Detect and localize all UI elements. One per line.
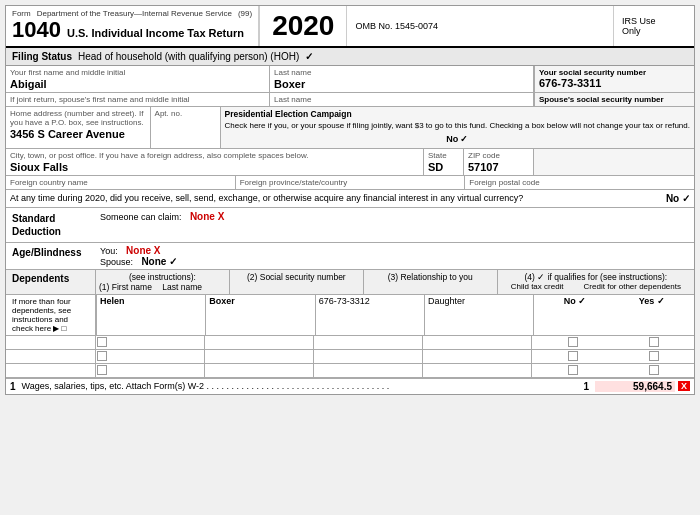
- dependents-main-label: Dependents: [6, 270, 96, 294]
- election-no-row: No ✓: [225, 131, 690, 146]
- dep-checkbox-3a[interactable]: [97, 351, 107, 361]
- ssn-box: Your social security number 676-73-3311: [534, 66, 694, 92]
- agency-label: Department of the Treasury—Internal Reve…: [37, 9, 232, 18]
- filing-status-checkmark: ✓: [305, 51, 313, 62]
- election-no-label: No: [446, 133, 458, 146]
- form-subtitle: U.S. Individual Income Tax Return: [67, 27, 244, 39]
- wages-line-number: 1: [10, 381, 16, 392]
- city-label: City, town, or post office. If you have …: [10, 151, 419, 160]
- virtual-currency-row: At any time during 2020, did you receive…: [6, 190, 694, 208]
- dep-entry-lastname: Boxer: [206, 295, 315, 335]
- address-value: 3456 S Career Avenue: [10, 127, 146, 140]
- you-value: None X: [126, 245, 160, 256]
- spouse-last-name-cell: Last name: [270, 93, 534, 106]
- spouse-value: None ✓: [141, 256, 177, 267]
- state-cell: State SD: [424, 149, 464, 175]
- dep-checkbox-2b[interactable]: [568, 337, 578, 347]
- dep-col1-header: (see instructions): (1) First name Last …: [96, 270, 230, 294]
- foreign-country-cell: Foreign country name: [6, 176, 236, 189]
- dep-checkbox-4b[interactable]: [568, 365, 578, 375]
- spouse-ssn-box: Spouse's social security number: [534, 93, 694, 106]
- dep-checkbox-3b[interactable]: [568, 351, 578, 361]
- spouse-first-name-label: If joint return, spouse's first name and…: [10, 95, 265, 104]
- zip-label: ZIP code: [468, 151, 529, 160]
- foreign-province-cell: Foreign province/state/country: [236, 176, 466, 189]
- dep-empty-row-4: [6, 364, 694, 378]
- wages-line-ref: 1: [583, 381, 589, 392]
- irs-use-line1: IRS Use: [622, 16, 686, 26]
- first-name-cell: Your first name and middle initial Abiga…: [6, 66, 270, 92]
- dep-checkbox-2c[interactable]: [649, 337, 659, 347]
- spouse-last-name-label: Last name: [274, 95, 529, 104]
- virtual-currency-answer: No ✓: [666, 193, 690, 204]
- filing-status-row: Filing Status Head of household (with qu…: [6, 48, 694, 66]
- election-placeholder: [534, 149, 694, 175]
- form-number-big: 1040: [12, 18, 61, 42]
- you-label: You:: [100, 246, 118, 256]
- filing-status-label: Filing Status: [12, 51, 72, 62]
- foreign-province-label: Foreign province/state/country: [240, 178, 461, 187]
- address-row: Home address (number and street). If you…: [6, 107, 694, 149]
- dependents-sub-row: If more than four dependents, see instru…: [6, 295, 694, 336]
- last-name-cell: Last name Boxer: [270, 66, 534, 92]
- age-blindness-label: Age/Blindness: [6, 243, 96, 269]
- dep-col3-header: (3) Relationship to you: [364, 270, 498, 294]
- dep-empty-row-3: [6, 350, 694, 364]
- dep-other: Yes ✓: [639, 296, 665, 334]
- dep-relationship: Daughter: [428, 296, 465, 306]
- election-text: Check here if you, or your spouse if fil…: [225, 121, 690, 131]
- virtual-currency-text: At any time during 2020, did you receive…: [10, 193, 658, 203]
- dep-ssn: 676-73-3312: [319, 296, 370, 306]
- state-label: State: [428, 151, 459, 160]
- spouse-label: Spouse:: [100, 257, 133, 267]
- ssn-label: Your social security number: [539, 68, 690, 77]
- joint-return-row: If joint return, spouse's first name and…: [6, 93, 694, 107]
- state-value: SD: [428, 160, 459, 173]
- name-row: Your first name and middle initial Abiga…: [6, 66, 694, 93]
- last-name-label: Last name: [274, 68, 529, 77]
- omb-block: OMB No. 1545-0074: [347, 6, 614, 46]
- spouse-row: Spouse: None ✓: [100, 256, 690, 267]
- dep-checkbox-4c[interactable]: [649, 365, 659, 375]
- you-row: You: None X: [100, 245, 690, 256]
- zip-value: 57107: [468, 160, 529, 173]
- wages-amount: 59,664.5: [595, 381, 675, 392]
- someone-can-claim-text: Someone can claim:: [100, 212, 182, 222]
- dep-col2-header: (2) Social security number: [230, 270, 364, 294]
- last-name-value: Boxer: [274, 77, 529, 90]
- dep-entry-firstname: Helen: [97, 295, 206, 335]
- form-header: Form Department of the Treasury—Internal…: [6, 6, 694, 48]
- irs-use-line2: Only: [622, 26, 686, 36]
- dep-checkbox-3c[interactable]: [649, 351, 659, 361]
- wages-row: 1 Wages, salaries, tips, etc. Attach For…: [6, 378, 694, 394]
- spouse-ssn-label: Spouse's social security number: [539, 95, 690, 104]
- ssn-value: 676-73-3311: [539, 77, 690, 89]
- age-blindness-row: Age/Blindness You: None X Spouse: None ✓: [6, 243, 694, 270]
- first-name-value: Abigail: [10, 77, 265, 90]
- dep-entry-ssn: 676-73-3312: [316, 295, 425, 335]
- form-1040: Form Department of the Treasury—Internal…: [5, 5, 695, 395]
- election-checkmark: ✓: [460, 133, 468, 146]
- wages-x-mark: X: [678, 381, 690, 391]
- foreign-postal-label: Foreign postal code: [469, 178, 690, 187]
- address-label: Home address (number and street). If you…: [10, 109, 146, 127]
- dep-checkbox-2a[interactable]: [97, 337, 107, 347]
- irs-use-block: IRS Use Only: [614, 6, 694, 46]
- foreign-row: Foreign country name Foreign province/st…: [6, 176, 694, 190]
- filing-status-value: Head of household (with qualifying perso…: [78, 51, 299, 62]
- dep-entry-relationship: Daughter: [425, 295, 534, 335]
- none-x-label: None X: [190, 211, 224, 222]
- spouse-first-name-cell: If joint return, spouse's first name and…: [6, 93, 270, 106]
- first-name-label: Your first name and middle initial: [10, 68, 265, 77]
- form-title-block: Form Department of the Treasury—Internal…: [6, 6, 259, 46]
- foreign-postal-cell: Foreign postal code: [465, 176, 694, 189]
- std-deduction-label: Standard Deduction: [6, 208, 96, 242]
- dep-last-name: Boxer: [209, 296, 235, 306]
- standard-deduction-row: Standard Deduction Someone can claim: No…: [6, 208, 694, 243]
- omb-label: OMB No. 1545-0074: [355, 21, 605, 31]
- address-cell: Home address (number and street). If you…: [6, 107, 151, 148]
- election-title: Presidential Election Campaign: [225, 109, 690, 121]
- dep-empty-row-2: [6, 336, 694, 350]
- dep-checkbox-4a[interactable]: [97, 365, 107, 375]
- apt-box: Apt. no.: [151, 107, 221, 148]
